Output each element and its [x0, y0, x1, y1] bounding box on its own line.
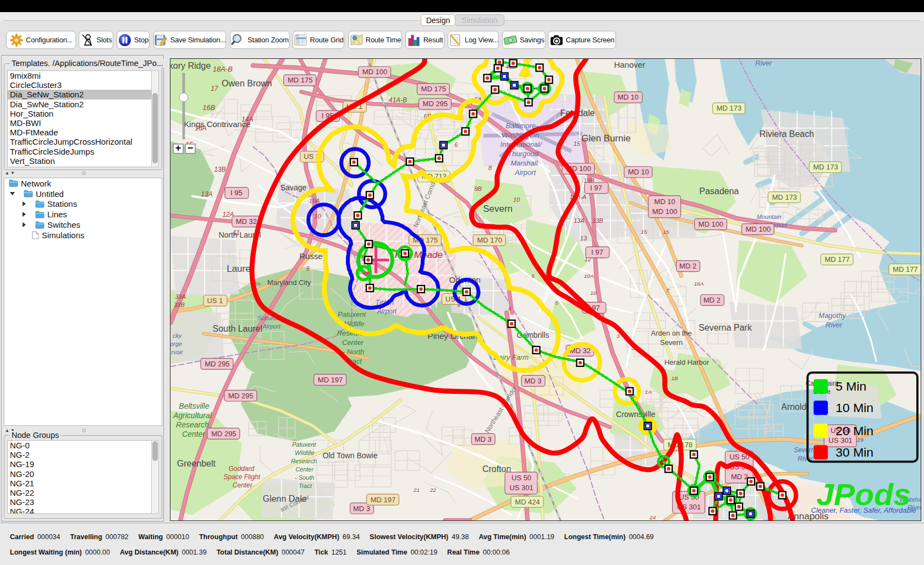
svg-text:Glen Burnie: Glen Burnie — [581, 133, 631, 144]
svg-text:MD 3: MD 3 — [475, 435, 492, 443]
svg-text:20 Min: 20 Min — [835, 424, 873, 438]
svg-text:orge: orge — [170, 341, 182, 347]
svg-text:10A: 10A — [309, 198, 320, 204]
svg-text:MD 177: MD 177 — [893, 265, 917, 273]
svg-text:Cleaner, Faster, Safer, Afford: Cleaner, Faster, Safer, Affordable — [811, 506, 916, 514]
svg-text:3: 3 — [617, 333, 620, 339]
svg-text:I 97: I 97 — [590, 184, 602, 192]
svg-text:33A: 33A — [175, 293, 186, 300]
svg-text:+: + — [175, 142, 181, 153]
svg-text:8: 8 — [488, 164, 492, 171]
svg-text:18A-B: 18A-B — [213, 65, 233, 73]
svg-text:MD 3: MD 3 — [353, 504, 370, 513]
svg-text:Research: Research — [291, 458, 317, 464]
svg-text:9B: 9B — [474, 185, 481, 192]
svg-text:MD 100: MD 100 — [746, 225, 771, 233]
svg-text:MD 10: MD 10 — [654, 198, 675, 206]
svg-text:Wildlife: Wildlife — [295, 449, 314, 456]
svg-text:I 95: I 95 — [230, 189, 243, 197]
svg-text:24: 24 — [649, 514, 656, 520]
svg-text:Goddard: Goddard — [229, 465, 255, 473]
svg-text:MD 295: MD 295 — [228, 392, 253, 400]
svg-text:13A: 13A — [574, 217, 585, 224]
svg-text:- North: - North — [343, 348, 365, 356]
svg-text:Greenbelt: Greenbelt — [177, 459, 216, 468]
svg-text:River: River — [755, 59, 772, 67]
svg-text:17: 17 — [211, 85, 219, 92]
svg-text:10 Min: 10 Min — [835, 401, 873, 415]
svg-text:5 Min: 5 Min — [835, 379, 866, 393]
svg-text:MD 197: MD 197 — [371, 496, 395, 504]
svg-text:MD 424: MD 424 — [515, 498, 540, 506]
svg-text:US 50: US 50 — [512, 474, 531, 482]
svg-text:Research: Research — [176, 420, 209, 429]
svg-text:Agricultural: Agricultural — [173, 411, 212, 420]
svg-text:Severna Park: Severna Park — [698, 323, 752, 332]
svg-text:10: 10 — [590, 290, 597, 296]
svg-text:Marshall: Marshall — [511, 159, 538, 167]
svg-text:21: 21 — [413, 487, 420, 493]
svg-text:10: 10 — [513, 196, 520, 203]
svg-text:Center: Center — [342, 338, 364, 347]
svg-text:MD 295: MD 295 — [205, 360, 229, 368]
svg-text:13: 13 — [580, 235, 587, 242]
svg-text:MD 2: MD 2 — [703, 296, 721, 304]
svg-text:US 1: US 1 — [207, 297, 223, 305]
svg-text:Old Town Bowie: Old Town Bowie — [323, 451, 378, 460]
svg-text:13B: 13B — [214, 166, 226, 173]
svg-text:River: River — [826, 321, 843, 329]
svg-text:Airport: Airport — [377, 308, 397, 315]
svg-text:MD 175: MD 175 — [421, 85, 446, 93]
svg-text:5: 5 — [531, 273, 535, 279]
svg-text:MD 100: MD 100 — [652, 207, 677, 216]
svg-text:Tract: Tract — [299, 482, 312, 489]
svg-text:Center: Center — [182, 430, 206, 438]
svg-text:MD 197: MD 197 — [318, 376, 343, 384]
svg-text:16A: 16A — [694, 281, 704, 287]
svg-text:30 Min: 30 Min — [835, 445, 873, 459]
svg-text:6: 6 — [454, 141, 458, 148]
svg-text:10: 10 — [315, 213, 322, 220]
svg-text:Beltsville: Beltsville — [179, 402, 209, 410]
svg-text:Severn: Severn — [660, 338, 683, 347]
svg-text:Riviera Beach: Riviera Beach — [760, 129, 814, 139]
svg-text:Owen Brown: Owen Brown — [222, 79, 272, 88]
svg-text:Airport: Airport — [514, 168, 537, 177]
svg-text:16B: 16B — [202, 103, 215, 112]
svg-text:MD 32: MD 32 — [236, 217, 257, 226]
svg-text:14A: 14A — [241, 116, 253, 123]
svg-text:MD 173: MD 173 — [813, 163, 838, 171]
svg-text:MD 170: MD 170 — [477, 236, 502, 244]
svg-text:6: 6 — [508, 305, 512, 311]
svg-text:MD 3: MD 3 — [525, 377, 542, 385]
svg-text:Patuxent: Patuxent — [292, 441, 316, 448]
svg-text:1B: 1B — [672, 375, 679, 381]
svg-text:MD 175: MD 175 — [288, 76, 312, 84]
svg-text:Center: Center — [295, 466, 314, 473]
svg-text:Thurgood: Thurgood — [508, 150, 538, 158]
svg-text:ckory Ridge: ckory Ridge — [170, 61, 211, 70]
svg-text:MD 100: MD 100 — [362, 68, 387, 76]
svg-text:15: 15 — [574, 140, 581, 147]
svg-text:41A-B: 41A-B — [389, 96, 407, 104]
svg-text:MD 10: MD 10 — [618, 93, 639, 101]
svg-text:33B: 33B — [174, 301, 185, 308]
svg-text:MD 295: MD 295 — [423, 100, 448, 108]
svg-text:I 97: I 97 — [591, 248, 603, 256]
svg-text:South Laurel: South Laurel — [213, 324, 263, 333]
svg-text:MD 2: MD 2 — [679, 262, 696, 270]
svg-text:Severn: Severn — [794, 446, 815, 454]
svg-text:5: 5 — [555, 300, 558, 306]
svg-text:US 301: US 301 — [509, 484, 533, 492]
svg-text:15: 15 — [663, 229, 669, 235]
svg-text:MD 173: MD 173 — [717, 104, 741, 112]
svg-text:Arden on the: Arden on the — [651, 329, 692, 337]
svg-text:Savage: Savage — [280, 183, 307, 192]
svg-text:11: 11 — [233, 229, 240, 237]
svg-text:Airport: Airport — [262, 323, 281, 330]
svg-text:Herald Harbor: Herald Harbor — [664, 358, 710, 366]
svg-text:- South: - South — [295, 474, 314, 481]
svg-text:Center: Center — [233, 481, 253, 489]
svg-text:MD 173: MD 173 — [772, 193, 797, 201]
svg-text:−: − — [188, 142, 193, 153]
